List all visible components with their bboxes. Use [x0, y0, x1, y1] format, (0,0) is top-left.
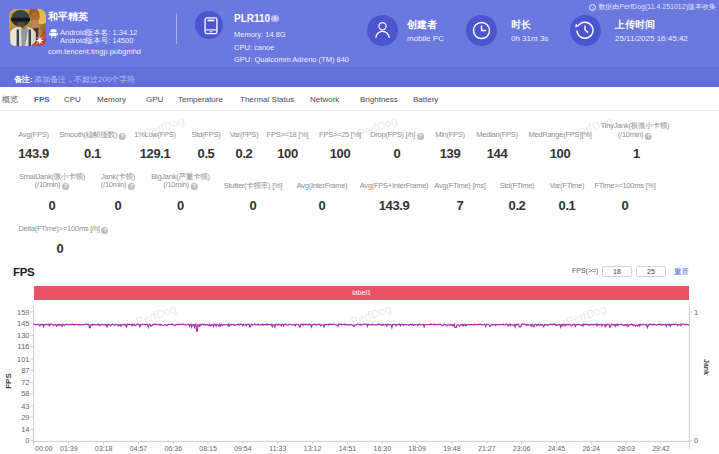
svg-text:145: 145	[17, 319, 30, 328]
svg-text:Jank: Jank	[703, 359, 710, 375]
svg-text:06:36: 06:36	[165, 445, 183, 452]
svg-text:87: 87	[21, 366, 29, 375]
svg-text:14: 14	[21, 425, 29, 434]
svg-text:01:39: 01:39	[60, 445, 78, 452]
svg-text:03:18: 03:18	[95, 445, 113, 452]
svg-text:116: 116	[18, 342, 30, 351]
svg-text:43: 43	[21, 402, 29, 411]
svg-text:11:33: 11:33	[269, 445, 286, 452]
svg-text:24:45: 24:45	[548, 445, 566, 452]
svg-text:21:27: 21:27	[478, 445, 496, 452]
svg-text:FPS: FPS	[4, 373, 13, 389]
svg-text:08:15: 08:15	[199, 445, 217, 452]
svg-text:19:48: 19:48	[443, 445, 461, 452]
svg-text:18:09: 18:09	[408, 445, 426, 452]
svg-text:58: 58	[21, 389, 29, 398]
svg-text:28:03: 28:03	[617, 445, 635, 452]
svg-text:130: 130	[17, 331, 30, 340]
svg-text:72: 72	[21, 378, 29, 387]
svg-text:29: 29	[21, 413, 29, 422]
svg-text:09:54: 09:54	[234, 445, 252, 452]
svg-text:0: 0	[694, 436, 698, 445]
svg-text:159: 159	[17, 308, 30, 317]
svg-text:1: 1	[694, 308, 698, 317]
svg-text:23:06: 23:06	[513, 445, 531, 452]
svg-text:13:12: 13:12	[304, 445, 322, 452]
svg-text:00:00: 00:00	[35, 445, 53, 452]
svg-text:0: 0	[25, 436, 29, 445]
svg-text:29:42: 29:42	[652, 445, 670, 452]
svg-text:14:51: 14:51	[339, 445, 357, 452]
svg-text:16:30: 16:30	[374, 445, 392, 452]
svg-text:101: 101	[17, 355, 30, 364]
svg-text:04:57: 04:57	[130, 445, 148, 452]
svg-text:26:24: 26:24	[582, 445, 600, 452]
